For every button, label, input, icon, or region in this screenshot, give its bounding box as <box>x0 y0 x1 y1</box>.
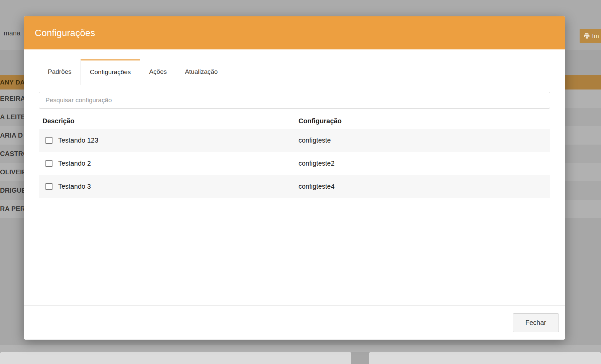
print-button-label: Im <box>592 32 599 40</box>
row-description: Testando 3 <box>58 183 91 190</box>
modal-body: Padrões Configurações Ações Atualização … <box>24 49 565 305</box>
tab-acoes[interactable]: Ações <box>140 59 176 85</box>
background-row-fragment: ARIA D <box>0 132 23 139</box>
modal-header: Configurações <box>24 16 565 49</box>
row-description: Testando 123 <box>58 137 98 144</box>
row-checkbox[interactable] <box>45 137 52 144</box>
table-row: Testando 123 configteste <box>39 129 550 152</box>
tab-bar: Padrões Configurações Ações Atualização <box>39 59 550 85</box>
table-header: Descrição Configuração <box>39 117 550 129</box>
row-configuration: configteste4 <box>298 183 550 190</box>
column-header-descricao: Descrição <box>39 117 298 125</box>
modal-footer: Fechar <box>24 305 565 340</box>
background-panel-right <box>369 352 601 364</box>
search-input[interactable] <box>39 92 550 109</box>
table-body: Testando 123 configteste Testando 2 conf… <box>39 129 550 198</box>
row-checkbox[interactable] <box>45 160 52 167</box>
print-button: Im <box>580 29 601 43</box>
settings-modal: Configurações Padrões Configurações Açõe… <box>24 16 565 340</box>
row-configuration: configteste2 <box>298 160 550 167</box>
row-checkbox[interactable] <box>45 183 52 190</box>
tab-atualizacao[interactable]: Atualização <box>176 59 227 85</box>
background-header-fragment: ANY DA <box>0 79 25 86</box>
printer-icon <box>584 33 590 39</box>
background-row-fragment: EREIRA <box>0 95 25 103</box>
row-configuration: configteste <box>298 137 550 144</box>
column-header-configuracao: Configuração <box>298 117 550 125</box>
table-row: Testando 3 configteste4 <box>39 175 550 198</box>
background-panel-left <box>0 352 351 364</box>
background-row-fragment: A LEITE <box>0 113 25 121</box>
close-button[interactable]: Fechar <box>513 313 559 332</box>
tab-configuracoes[interactable]: Configurações <box>81 59 140 85</box>
background-bottom-stripe <box>0 345 601 352</box>
table-row: Testando 2 configteste2 <box>39 152 550 175</box>
toolbar-text-fragment: mana <box>4 29 20 37</box>
tab-padroes[interactable]: Padrões <box>39 59 81 85</box>
row-description: Testando 2 <box>58 160 91 167</box>
modal-title: Configurações <box>35 28 95 38</box>
background-row-fragment: RA PER <box>0 205 25 213</box>
background-row-fragment: OLIVEIR <box>0 168 27 176</box>
